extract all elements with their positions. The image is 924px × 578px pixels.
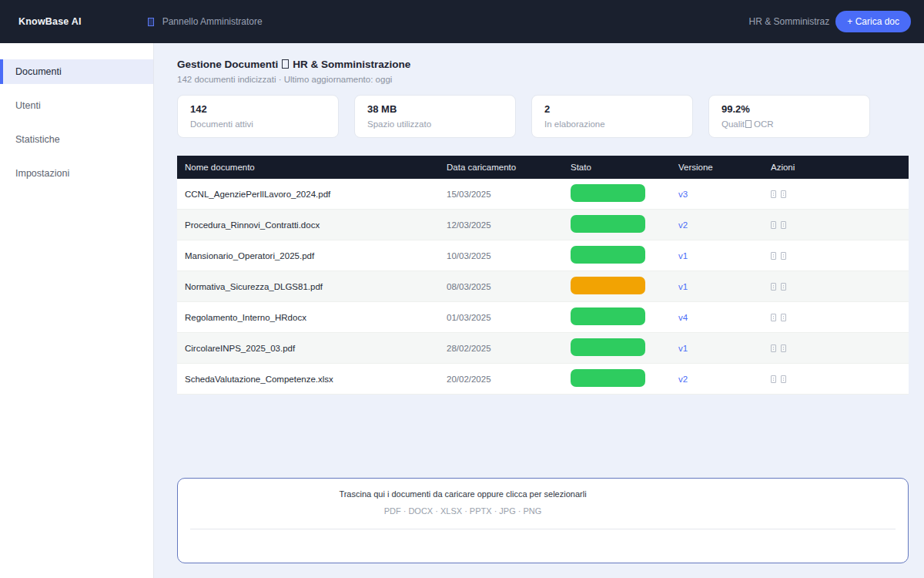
version-link[interactable]: v1 [678, 344, 688, 353]
status-badge [571, 307, 645, 325]
sidebar-item-documenti[interactable]: Documenti [0, 59, 153, 84]
status-badge [571, 215, 645, 233]
action-icon[interactable] [771, 375, 776, 383]
panel-title: Pannello Amministratore [162, 16, 263, 27]
table-header-row: Nome documento Data caricamento Stato Ve… [177, 156, 909, 179]
upload-date: 12/03/2025 [447, 220, 571, 230]
upload-date: 10/03/2025 [447, 251, 571, 260]
sidebar: Documenti Utenti Statistiche Impostazion… [0, 43, 154, 578]
table-row: Regolamento_Interno_HRdocx 01/03/2025 v4 [177, 302, 909, 333]
upload-date: 08/03/2025 [447, 282, 571, 291]
missing-glyph-icon [282, 59, 289, 69]
row-actions [771, 283, 909, 291]
stat-label: Spazio utilizzato [367, 119, 503, 129]
document-name: Mansionario_Operatori_2025.pdf [185, 251, 447, 260]
upload-doc-button[interactable]: + Carica doc [835, 11, 911, 32]
body-wrap: Documenti Utenti Statistiche Impostazion… [0, 43, 924, 578]
stat-value: 38 MB [367, 103, 503, 115]
version-link[interactable]: v2 [678, 375, 688, 384]
column-header-name: Nome documento [185, 163, 447, 172]
action-icon[interactable] [781, 252, 786, 260]
missing-glyph-icon [745, 120, 752, 128]
header-right-group: HR & Somministraz + Carica doc [749, 11, 911, 32]
sidebar-item-utenti[interactable]: Utenti [0, 93, 153, 118]
table-row: Mansionario_Operatori_2025.pdf 10/03/202… [177, 240, 909, 271]
dropzone-divider [190, 529, 896, 529]
action-icon[interactable] [781, 344, 786, 352]
documents-table: Nome documento Data caricamento Stato Ve… [177, 156, 909, 395]
missing-glyph-app-icon [148, 18, 154, 26]
row-actions [771, 314, 909, 321]
action-icon[interactable] [781, 190, 786, 198]
document-name: Procedura_Rinnovi_Contratti.docx [185, 220, 447, 230]
status-badge [571, 338, 645, 356]
action-icon[interactable] [771, 252, 776, 260]
upload-date: 28/02/2025 [447, 344, 571, 353]
stat-value: 2 [544, 103, 680, 115]
stat-label: In elaborazione [544, 119, 680, 129]
action-icon[interactable] [771, 314, 776, 321]
page-subtitle: 142 documenti indicizzati · Ultimo aggio… [177, 74, 909, 85]
document-name: Regolamento_Interno_HRdocx [185, 313, 447, 322]
row-actions [771, 375, 909, 383]
row-actions [771, 252, 909, 260]
row-actions [771, 344, 909, 352]
version-link[interactable]: v1 [678, 251, 688, 260]
status-badge [571, 277, 645, 294]
table-row: CircolareINPS_2025_03.pdf 28/02/2025 v1 [177, 333, 909, 364]
stat-card-ocr-quality: 99.2% QualitOCR [708, 95, 870, 138]
action-icon[interactable] [771, 283, 776, 291]
dropzone-instruction: Trascina qui i documenti da caricare opp… [178, 488, 748, 500]
document-name: Normativa_Sicurezza_DLGS81.pdf [185, 282, 447, 291]
stat-value: 142 [190, 103, 326, 115]
stat-card-active-docs: 142 Documenti attivi [177, 95, 339, 138]
dropzone-text-group: Trascina qui i documenti da caricare opp… [178, 479, 748, 517]
action-icon[interactable] [781, 314, 786, 321]
version-link[interactable]: v1 [678, 282, 688, 291]
page-title-suffix: HR & Somministrazione [293, 59, 410, 70]
stat-cards: 142 Documenti attivi 38 MB Spazio utiliz… [177, 95, 909, 138]
action-icon[interactable] [771, 221, 776, 229]
page-title-prefix: Gestione Documenti [177, 59, 278, 70]
column-header-date: Data caricamento [447, 163, 571, 172]
stat-label: QualitOCR [721, 119, 857, 129]
version-link[interactable]: v2 [678, 220, 688, 230]
workspace-label: HR & Somministraz [749, 16, 830, 27]
stat-value: 99.2% [721, 103, 857, 115]
row-actions [771, 190, 909, 198]
brand-logo: KnowBase AI [18, 16, 82, 27]
table-row: Normativa_Sicurezza_DLGS81.pdf 08/03/202… [177, 271, 909, 302]
sidebar-item-impostazioni[interactable]: Impostazioni [0, 161, 153, 186]
top-header: KnowBase AI Pannello Amministratore HR &… [0, 0, 924, 43]
upload-dropzone[interactable]: Trascina qui i documenti da caricare opp… [177, 478, 909, 563]
column-header-actions: Azioni [771, 163, 909, 172]
action-icon[interactable] [781, 375, 786, 383]
column-header-status: Stato [571, 163, 678, 172]
status-badge [571, 246, 645, 264]
table-row: Procedura_Rinnovi_Contratti.docx 12/03/2… [177, 210, 909, 240]
sidebar-item-statistiche[interactable]: Statistiche [0, 127, 153, 152]
dropzone-filetypes: PDF · DOCX · XLSX · PPTX · JPG · PNG [178, 505, 748, 517]
row-actions [771, 221, 909, 229]
upload-date: 15/03/2025 [447, 190, 571, 199]
upload-date: 20/02/2025 [447, 375, 571, 384]
stat-card-processing: 2 In elaborazione [531, 95, 693, 138]
table-row: CCNL_AgenziePerIlLavoro_2024.pdf 15/03/2… [177, 179, 909, 210]
document-name: CCNL_AgenziePerIlLavoro_2024.pdf [185, 190, 447, 199]
column-header-version: Versione [678, 163, 771, 172]
version-link[interactable]: v3 [678, 190, 688, 199]
action-icon[interactable] [781, 221, 786, 229]
status-badge [571, 369, 645, 387]
table-row: SchedaValutazione_Competenze.xlsx 20/02/… [177, 364, 909, 395]
action-icon[interactable] [771, 344, 776, 352]
main-content: Gestione DocumentiHR & Somministrazione … [154, 43, 924, 578]
version-link[interactable]: v4 [678, 313, 688, 322]
upload-date: 01/03/2025 [447, 313, 571, 322]
document-name: CircolareINPS_2025_03.pdf [185, 344, 447, 353]
document-name: SchedaValutazione_Competenze.xlsx [185, 375, 447, 384]
page-title: Gestione DocumentiHR & Somministrazione [177, 59, 909, 71]
stat-label: Documenti attivi [190, 119, 326, 129]
stat-card-storage: 38 MB Spazio utilizzato [354, 95, 516, 138]
action-icon[interactable] [781, 283, 786, 291]
action-icon[interactable] [771, 190, 776, 198]
